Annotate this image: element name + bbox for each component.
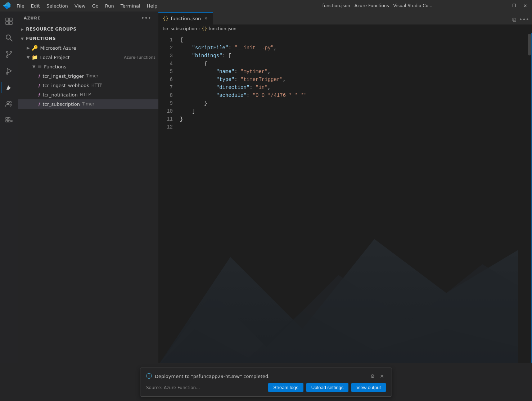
svg-rect-15 — [8, 120, 10, 122]
breadcrumb: tcr_subscription › {} function.json — [158, 24, 532, 33]
code-line-1: { — [180, 36, 527, 44]
notification-actions: Stream logs Upload settings View output — [268, 383, 386, 392]
local-project-badge: Azure-Functions — [124, 55, 155, 60]
svg-point-7 — [10, 51, 12, 53]
teams-activity-icon[interactable] — [1, 96, 17, 112]
scrollbar-thumb — [528, 34, 531, 55]
menu-edit[interactable]: Edit — [28, 3, 43, 9]
breadcrumb-subscription[interactable]: tcr_subscription — [163, 26, 197, 31]
functions-label: FUNCTIONS — [26, 36, 56, 41]
line-num-8: 8 — [158, 91, 173, 99]
notification-settings-button[interactable]: ⚙ — [369, 372, 377, 380]
editor-area: {} function.json ✕ ⧉ ••• tcr_subscriptio… — [158, 12, 532, 401]
code-line-7: "direction": "in", — [180, 84, 527, 91]
svg-rect-1 — [9, 18, 12, 21]
svg-rect-17 — [6, 117, 8, 120]
line-num-2: 2 — [158, 44, 173, 52]
notification-row1: ⓘ Deployment to "psfuncapp29-ht3nw" comp… — [158, 372, 386, 380]
svg-rect-3 — [9, 22, 12, 24]
code-line-4: { — [180, 60, 527, 68]
svg-point-11 — [7, 102, 9, 104]
functions-section[interactable]: ▼ FUNCTIONS — [18, 34, 158, 43]
close-button[interactable]: ✕ — [521, 3, 529, 9]
view-output-button[interactable]: View output — [351, 383, 386, 392]
menu-help[interactable]: Help — [144, 3, 161, 9]
svg-rect-13 — [6, 120, 8, 122]
breadcrumb-file[interactable]: {} function.json — [202, 26, 236, 31]
window-title: function.json - Azure-Functions - Visual… — [256, 3, 499, 8]
folder-icon: 📁 — [32, 54, 38, 60]
svg-rect-0 — [6, 18, 9, 21]
resource-groups-section[interactable]: ▶ RESOURCE GROUPS — [18, 24, 158, 34]
notification-source: Source: Azure Function... — [158, 385, 200, 390]
function-type: HTTP — [80, 92, 91, 97]
local-project-item[interactable]: ▼ 📁 Local Project Azure-Functions — [18, 53, 158, 62]
run-debug-activity-icon[interactable] — [1, 63, 17, 79]
tab-close-button[interactable]: ✕ — [203, 16, 208, 21]
maximize-button[interactable]: ❐ — [510, 3, 518, 9]
key-icon: 🔑 — [32, 45, 38, 51]
menu-terminal[interactable]: Terminal — [118, 3, 143, 9]
breadcrumb-separator: › — [198, 26, 200, 31]
notification-text: Deployment to "psfuncapp29-ht3nw" comple… — [158, 374, 270, 379]
notification-area: ⓘ Deployment to "psfuncapp29-ht3nw" comp… — [158, 363, 532, 401]
function-f-icon: ƒ — [38, 73, 41, 79]
more-actions-icon[interactable]: ••• — [519, 16, 529, 23]
notification-close-button[interactable]: ✕ — [378, 372, 386, 380]
function-tcr-ingest-webhook[interactable]: ƒ tcr_ingest_webhook HTTP — [18, 81, 158, 90]
menu-view[interactable]: View — [72, 3, 89, 9]
tab-bar-end: ⧉ ••• — [213, 16, 532, 24]
microsoft-azure-item[interactable]: ▶ 🔑 Microsoft Azure — [18, 43, 158, 53]
tab-bar: {} function.json ✕ ⧉ ••• — [158, 12, 532, 24]
azure-activity-icon[interactable] — [1, 79, 17, 96]
sidebar-title: AZURE — [24, 16, 40, 21]
line-num-7: 7 — [158, 84, 173, 91]
chevron-right-icon: ▶ — [21, 27, 24, 31]
function-name: tcr_subscription — [43, 102, 80, 107]
title-bar: File Edit Selection View Go Run Terminal… — [0, 0, 532, 12]
function-name: tcr_ingest_trigger — [43, 73, 84, 79]
function-tcr-notification[interactable]: ƒ tcr_notification HTTP — [18, 90, 158, 99]
breadcrumb-file-label: function.json — [209, 26, 236, 31]
sidebar-header: AZURE ••• — [18, 12, 158, 24]
code-content[interactable]: { "scriptFile": "__init__.py", "bindings… — [177, 33, 527, 401]
functions-folder-item[interactable]: ▼ ≡ Functions — [18, 62, 158, 71]
source-control-activity-icon[interactable] — [1, 46, 17, 63]
stream-logs-button[interactable]: Stream logs — [268, 383, 303, 392]
function-f-icon: ƒ — [38, 92, 41, 98]
function-tcr-subscription[interactable]: ƒ tcr_subscription Timer — [18, 99, 158, 109]
menu-file[interactable]: File — [14, 3, 27, 9]
code-line-9: } — [180, 99, 527, 107]
line-numbers: 1 2 3 4 5 6 7 8 9 10 11 12 — [158, 33, 177, 401]
list-icon: ≡ — [37, 64, 42, 69]
code-line-3: "bindings": [ — [180, 52, 527, 60]
notification-message: ⓘ Deployment to "psfuncapp29-ht3nw" comp… — [158, 373, 270, 380]
extensions-activity-icon[interactable] — [1, 112, 17, 129]
menu-run[interactable]: Run — [102, 3, 117, 9]
tab-function-json[interactable]: {} function.json ✕ — [158, 12, 213, 24]
local-project-label: Local Project — [40, 55, 124, 60]
code-line-10: ] — [180, 107, 527, 115]
json-file-icon: {} — [163, 16, 169, 21]
upload-settings-button[interactable]: Upload settings — [306, 383, 349, 392]
function-tcr-ingest-trigger[interactable]: ƒ tcr_ingest_trigger Timer — [18, 71, 158, 81]
code-line-6: "type": "timerTrigger", — [180, 76, 527, 84]
sidebar-more-button[interactable]: ••• — [140, 14, 153, 22]
line-num-9: 9 — [158, 99, 173, 107]
split-editor-icon[interactable]: ⧉ — [512, 16, 516, 23]
code-line-11: } — [180, 115, 527, 123]
line-num-1: 1 — [158, 36, 173, 44]
function-type: Timer — [86, 73, 98, 78]
search-activity-icon[interactable] — [1, 30, 17, 46]
explorer-activity-icon[interactable] — [1, 13, 17, 30]
function-name: tcr_notification — [43, 92, 78, 98]
svg-rect-2 — [6, 22, 9, 24]
function-type: Timer — [82, 102, 94, 107]
menu-go[interactable]: Go — [89, 3, 102, 9]
code-line-8: "schedule": "0 0 */4176 * * *" — [180, 91, 527, 99]
sidebar: AZURE ••• ▶ RESOURCE GROUPS ▼ FUNCTIONS … — [18, 12, 158, 401]
svg-rect-16 — [11, 120, 12, 122]
functions-folder-label: Functions — [44, 64, 158, 69]
menu-selection[interactable]: Selection — [44, 3, 71, 9]
minimize-button[interactable]: — — [499, 3, 507, 9]
